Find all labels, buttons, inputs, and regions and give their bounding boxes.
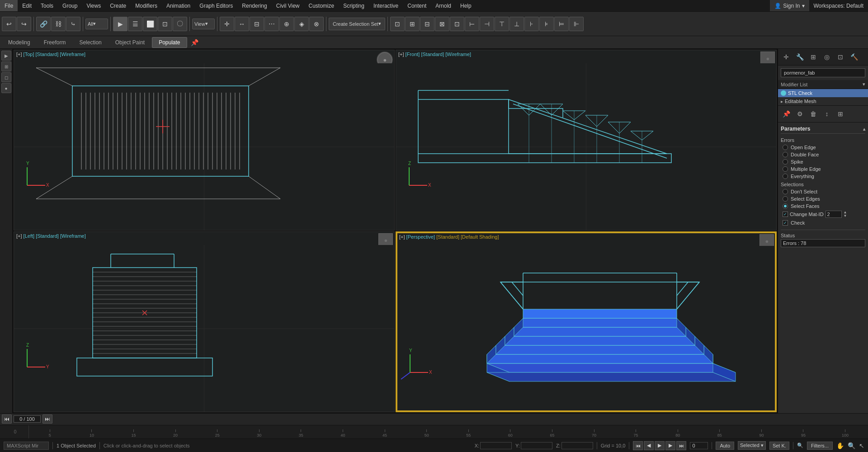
- radio-select-edges[interactable]: Select Edges: [781, 195, 865, 202]
- anim-prev-key[interactable]: ⏮: [633, 441, 643, 450]
- freehand-select-button[interactable]: 〇: [173, 17, 187, 31]
- tool-13[interactable]: ⊩: [569, 17, 584, 31]
- menu-modifiers[interactable]: Modifiers: [131, 0, 162, 11]
- menu-animation[interactable]: Animation: [162, 0, 195, 11]
- menu-content[interactable]: Content: [403, 0, 431, 11]
- menu-interactive[interactable]: Interactive: [369, 0, 403, 11]
- maxscript-field[interactable]: MAXScript Mir: [4, 442, 49, 450]
- pin-modifier-button[interactable]: 📌: [780, 108, 793, 120]
- configure-modifier-button[interactable]: ⚙: [793, 108, 806, 120]
- normal-align-button[interactable]: ⊕: [279, 17, 294, 31]
- anim-prev-frame[interactable]: ◀: [644, 441, 654, 450]
- tool-6[interactable]: ⊢: [465, 17, 479, 31]
- unlink-button[interactable]: ⛓: [51, 17, 66, 31]
- menu-customize[interactable]: Customize: [304, 0, 339, 11]
- select-name-button[interactable]: ☰: [128, 17, 142, 31]
- radio-dont-select-input[interactable]: [783, 189, 788, 194]
- tool-5[interactable]: ⊡: [450, 17, 464, 31]
- object-name-field[interactable]: [781, 68, 865, 77]
- menu-tools[interactable]: Tools: [36, 0, 58, 11]
- move-modifier-button[interactable]: ↕: [821, 108, 833, 120]
- params-collapse-toggle[interactable]: ▴: [863, 127, 865, 132]
- modifier-stl-check[interactable]: STL Check: [778, 89, 868, 97]
- place-highlight-button[interactable]: ◈: [294, 17, 309, 31]
- cursor-icon[interactable]: ↖: [859, 442, 864, 449]
- tool-7[interactable]: ⊣: [480, 17, 494, 31]
- tool-8[interactable]: ⊤: [495, 17, 509, 31]
- tl-next-button[interactable]: ⏭: [42, 414, 52, 424]
- radio-multiple-edge-input[interactable]: [783, 166, 788, 172]
- quick-align-button[interactable]: ⋯: [264, 17, 279, 31]
- setkeys-btn[interactable]: Set K.: [769, 442, 789, 450]
- tab-populate[interactable]: Populate: [152, 37, 187, 48]
- anim-next-key[interactable]: ⏭: [676, 441, 686, 450]
- frame-input[interactable]: [690, 442, 708, 449]
- motion-icon[interactable]: ◎: [821, 51, 833, 63]
- delete-modifier-button[interactable]: 🗑: [807, 108, 820, 120]
- utilities-icon[interactable]: 🔨: [848, 51, 860, 63]
- radio-everything[interactable]: Everything: [781, 173, 865, 180]
- bind-button[interactable]: ⤷: [66, 17, 80, 31]
- create-selection-set-button[interactable]: Create Selection Set ▾: [329, 18, 385, 30]
- menu-help[interactable]: Help: [456, 0, 476, 11]
- viewport-front[interactable]: [+] [Front] [Standard] [Wireframe] ⊕: [396, 50, 777, 231]
- menu-file[interactable]: File: [0, 0, 18, 11]
- tool-3[interactable]: ⊟: [420, 17, 434, 31]
- ls-box-btn[interactable]: ◻: [1, 72, 11, 82]
- radio-double-face[interactable]: Double Face: [781, 151, 865, 158]
- tool-2[interactable]: ⊞: [405, 17, 420, 31]
- search-icon[interactable]: 🔍: [797, 443, 803, 448]
- anim-play[interactable]: ▶: [655, 441, 665, 450]
- selected-dropdown[interactable]: Selected ▾: [738, 441, 766, 450]
- copy-modifier-button[interactable]: ⊞: [834, 108, 847, 120]
- spinner-down[interactable]: ▼: [844, 214, 847, 218]
- redo-button[interactable]: ↪: [17, 17, 31, 31]
- viewport-left[interactable]: [+] [Left] [Standard] [Wireframe] ⊕: [14, 231, 395, 412]
- select-tool-button[interactable]: ▶: [113, 17, 127, 31]
- tool-1[interactable]: ⊡: [390, 17, 405, 31]
- auto-key-button[interactable]: Auto: [716, 442, 734, 450]
- viewport-top[interactable]: [+] [Top] [Standard] [Wireframe] ⊕: [14, 50, 395, 231]
- isolate-button[interactable]: ⊗: [309, 17, 324, 31]
- menu-edit[interactable]: Edit: [18, 0, 36, 11]
- tl-frame-display[interactable]: 0 / 100: [14, 415, 41, 423]
- mat-id-input[interactable]: [826, 211, 842, 218]
- radio-spike[interactable]: Spike: [781, 158, 865, 165]
- ls-grid-btn[interactable]: ⊞: [1, 61, 11, 71]
- modify-icon[interactable]: 🔧: [793, 51, 806, 63]
- filters-button[interactable]: Filters...: [807, 442, 833, 450]
- check-checkbox[interactable]: ✓: [783, 220, 788, 226]
- modifier-editable-mesh[interactable]: ▸ Editable Mesh: [778, 97, 868, 105]
- view-dropdown[interactable]: View ▾: [192, 19, 215, 29]
- mat-id-spinner[interactable]: ▲ ▼: [844, 211, 847, 218]
- tab-object-paint[interactable]: Object Paint: [109, 38, 151, 47]
- link-button[interactable]: 🔗: [36, 17, 51, 31]
- display-icon[interactable]: ⊡: [834, 51, 847, 63]
- menu-arnold[interactable]: Arnold: [431, 0, 456, 11]
- radio-select-faces[interactable]: Select Faces: [781, 202, 865, 210]
- menu-civil-view[interactable]: Civil View: [272, 0, 304, 11]
- radio-open-edge[interactable]: Open Edge: [781, 144, 865, 151]
- menu-graph-editors[interactable]: Graph Editors: [195, 0, 237, 11]
- radio-everything-input[interactable]: [783, 174, 788, 179]
- ls-dot-btn[interactable]: ●: [1, 83, 11, 93]
- window-crossing-button[interactable]: ⊡: [158, 17, 172, 31]
- radio-multiple-edge[interactable]: Multiple Edge: [781, 165, 865, 173]
- anim-next-frame[interactable]: ▶: [665, 441, 675, 450]
- hand-icon[interactable]: ✋: [836, 442, 844, 449]
- radio-select-edges-input[interactable]: [783, 196, 788, 202]
- tab-pin[interactable]: 📌: [188, 37, 201, 48]
- menu-scripting[interactable]: Scripting: [339, 0, 369, 11]
- y-input[interactable]: [521, 442, 552, 449]
- mirror-button[interactable]: ↔: [235, 17, 249, 31]
- align-button[interactable]: ⊟: [250, 17, 264, 31]
- menu-rendering[interactable]: Rendering: [237, 0, 271, 11]
- change-mat-id-checkbox[interactable]: ✓: [783, 212, 788, 217]
- tl-prev-button[interactable]: ⏮: [2, 414, 12, 424]
- radio-double-face-input[interactable]: [783, 152, 788, 157]
- menu-views[interactable]: Views: [82, 0, 105, 11]
- tool-9[interactable]: ⊥: [509, 17, 524, 31]
- play-anim-button[interactable]: ▶: [1, 51, 11, 61]
- radio-spike-input[interactable]: [783, 159, 788, 165]
- hierarchy-icon[interactable]: ⊞: [807, 51, 820, 63]
